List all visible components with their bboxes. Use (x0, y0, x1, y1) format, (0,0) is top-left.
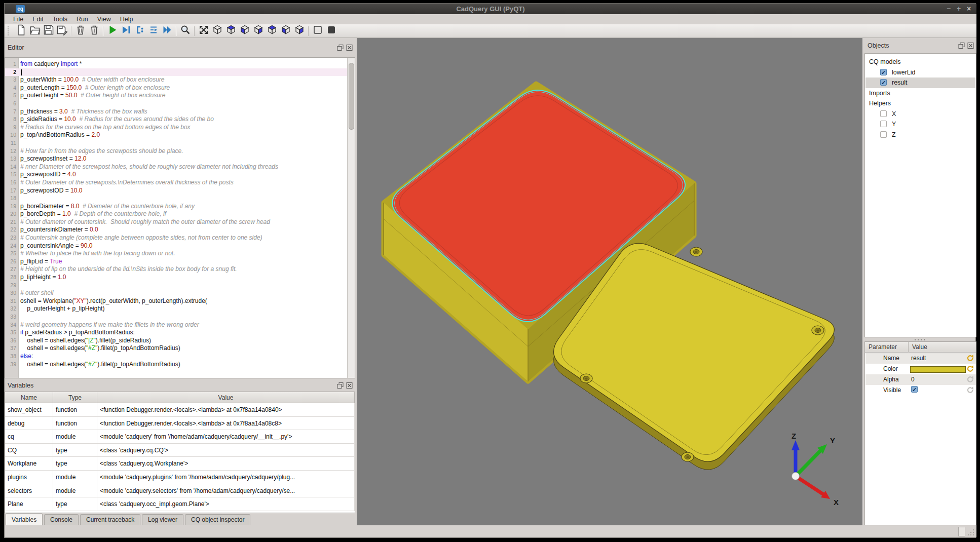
parameter-row-color[interactable]: Color (865, 364, 976, 374)
code-line-23[interactable]: 23# Countersink angle (complete angle be… (5, 234, 348, 242)
tab-log-viewer[interactable]: Log viewer (142, 514, 183, 525)
code-line-9[interactable]: 9# Radius for the curves on the top and … (5, 124, 348, 132)
title-bar[interactable]: cq CadQuery GUI (PyQT) − + × (5, 4, 976, 15)
close-panel-icon[interactable] (967, 42, 974, 50)
visibility-checkbox[interactable]: ✓ (880, 69, 887, 75)
code-line-8[interactable]: 8p_sideRadius = 10.0 # Radius for the cu… (5, 115, 348, 124)
code-line-30[interactable]: 30# outer shell (5, 289, 348, 297)
variable-row-selectors[interactable]: selectorsmodule<module 'cadquery.selecto… (5, 484, 355, 498)
visibility-checkbox[interactable] (880, 110, 887, 117)
panel-splitter[interactable] (864, 337, 976, 341)
parameter-row-visible[interactable]: Visible✓ (865, 385, 976, 396)
objects-item-lowerlid[interactable]: ✓lowerLid (865, 67, 975, 78)
parameter-value[interactable]: 0 (911, 376, 915, 383)
code-line-39[interactable]: 39 oshell = oshell.edges("#Z").fillet(p_… (5, 361, 348, 369)
tab-variables[interactable]: Variables (6, 513, 43, 525)
objects-group-cq-models[interactable]: CQ models (865, 57, 975, 67)
top-view-button[interactable] (224, 25, 238, 37)
reset-parameter-icon[interactable] (966, 375, 974, 383)
close-panel-icon[interactable] (346, 382, 353, 390)
menu-item-help[interactable]: Help (116, 15, 138, 24)
menu-item-run[interactable]: Run (72, 15, 93, 24)
code-line-37[interactable]: 37 oshell = oshell.edges("#Z").fillet(p_… (5, 344, 348, 353)
variables-column-header-type[interactable]: Type (53, 392, 97, 403)
float-panel-icon[interactable] (336, 44, 344, 52)
code-line-13[interactable]: 13p_screwpostInset = 12.0 (5, 155, 348, 163)
code-line-15[interactable]: 15p_screwpostID = 4.0 (5, 171, 348, 179)
new-file-button[interactable] (14, 25, 28, 37)
objects-item-x[interactable]: X (865, 109, 975, 120)
reset-parameter-icon[interactable] (966, 365, 974, 373)
code-line-31[interactable]: 31oshell = Workplane("XY").rect(p_outerW… (5, 297, 348, 305)
code-line-10[interactable]: 10p_topAndBottomRadius = 2.0 (5, 131, 348, 139)
code-line-7[interactable]: 7p_thickness = 3.0 # Thickness of the bo… (5, 108, 348, 116)
code-line-11[interactable]: 11 (5, 139, 348, 147)
maximize-button[interactable]: + (954, 5, 963, 13)
step-over-button[interactable] (146, 25, 160, 37)
variables-column-header-value[interactable]: Value (97, 392, 355, 403)
code-line-27[interactable]: 27# Height of lip on the underside of th… (5, 265, 348, 274)
variable-row-Workplane[interactable]: Workplanetype<class 'cadquery.cq.Workpla… (5, 457, 355, 471)
objects-group-helpers[interactable]: Helpers (865, 98, 975, 109)
code-line-25[interactable]: 25# Whether to place the lid with the to… (5, 250, 348, 258)
visibility-checkbox[interactable] (880, 131, 887, 138)
search-button[interactable] (178, 25, 192, 37)
wireframe-mode-button[interactable] (311, 25, 324, 37)
debug-script-button[interactable] (119, 25, 133, 37)
code-editor[interactable]: 1from cadquery import *23p_outerWidth = … (5, 57, 355, 378)
code-line-28[interactable]: 28p_lipHeight = 1.0 (5, 274, 348, 282)
bottom-view-button[interactable] (238, 25, 251, 37)
status-widget[interactable] (958, 527, 965, 536)
delete-all-button[interactable] (87, 25, 101, 37)
code-line-1[interactable]: 1from cadquery import * (5, 60, 348, 68)
reset-parameter-icon[interactable] (966, 386, 974, 394)
variable-row-show_object[interactable]: show_objectfunction<function Debugger.re… (5, 403, 355, 417)
fit-view-button[interactable] (197, 25, 210, 37)
parameter-row-name[interactable]: Nameresult (865, 353, 976, 364)
run-script-button[interactable] (105, 25, 119, 37)
code-line-3[interactable]: 3p_outerWidth = 100.0 # Outer width of b… (5, 76, 348, 84)
code-line-12[interactable]: 12# How far in from the edges the screwp… (5, 147, 348, 156)
reset-parameter-icon[interactable] (966, 354, 974, 362)
objects-item-y[interactable]: Y (865, 119, 975, 130)
code-line-17[interactable]: 17p_screwpostOD = 10.0 (5, 187, 348, 195)
code-line-35[interactable]: 35if p_sideRadius > p_topAndBottomRadius… (5, 329, 348, 337)
code-line-20[interactable]: 20p_boreDepth = 1.0 # Depth of the count… (5, 210, 348, 218)
code-line-32[interactable]: 32 p_outerHeight + p_lipHeight) (5, 305, 348, 313)
code-line-16[interactable]: 16# Outer Diameter of the screwposts.\nD… (5, 179, 348, 187)
delete-button[interactable] (73, 25, 87, 37)
code-line-38[interactable]: 38else: (5, 353, 348, 361)
left-view-button[interactable] (279, 25, 292, 37)
visibility-checkbox[interactable] (880, 121, 887, 127)
code-line-34[interactable]: 34# weird geometry happens if we make th… (5, 321, 348, 329)
menu-item-edit[interactable]: Edit (28, 15, 48, 24)
continue-button[interactable] (160, 25, 174, 37)
3d-viewport[interactable]: Z Y X (357, 38, 862, 525)
variables-column-header-name[interactable]: Name (5, 392, 53, 403)
code-line-22[interactable]: 22p_countersinkDiameter = 0.0 (5, 226, 348, 234)
menu-item-tools[interactable]: Tools (48, 15, 72, 24)
objects-group-imports[interactable]: Imports (865, 88, 975, 99)
code-line-36[interactable]: 36 oshell = oshell.edges("|Z").fillet(p_… (5, 337, 348, 345)
step-into-button[interactable] (133, 25, 146, 37)
shaded-mode-button[interactable] (324, 25, 338, 37)
code-line-4[interactable]: 4p_outerLength = 150.0 # Outer length of… (5, 84, 348, 92)
float-panel-icon[interactable] (958, 42, 965, 50)
variable-row-debug[interactable]: debugfunction<function Debugger.render.<… (5, 417, 355, 431)
editor-scrollbar-thumb[interactable] (349, 63, 354, 130)
minimize-button[interactable]: − (944, 5, 953, 13)
visibility-checkbox[interactable]: ✓ (880, 79, 887, 86)
visible-checkbox[interactable]: ✓ (911, 386, 918, 393)
tab-cq-object-inspector[interactable]: CQ object inspector (185, 514, 250, 525)
parameter-row-alpha[interactable]: Alpha0 (865, 374, 976, 385)
variable-row-CQ[interactable]: CQtype<class 'cadquery.cq.CQ'> (5, 444, 355, 457)
parameter-value[interactable]: result (911, 355, 926, 362)
variable-row-Plane[interactable]: Planetype<class 'cadquery.occ_impl.geom.… (5, 497, 355, 511)
save-file-button[interactable] (42, 25, 55, 37)
code-line-33[interactable]: 33 (5, 313, 348, 321)
variable-row-plugins[interactable]: pluginsmodule<module 'cadquery.plugins' … (5, 471, 355, 484)
color-swatch[interactable] (910, 366, 966, 373)
code-line-6[interactable]: 6 (5, 100, 348, 108)
objects-item-z[interactable]: Z (865, 130, 975, 140)
toolbar-grip[interactable] (8, 26, 11, 35)
